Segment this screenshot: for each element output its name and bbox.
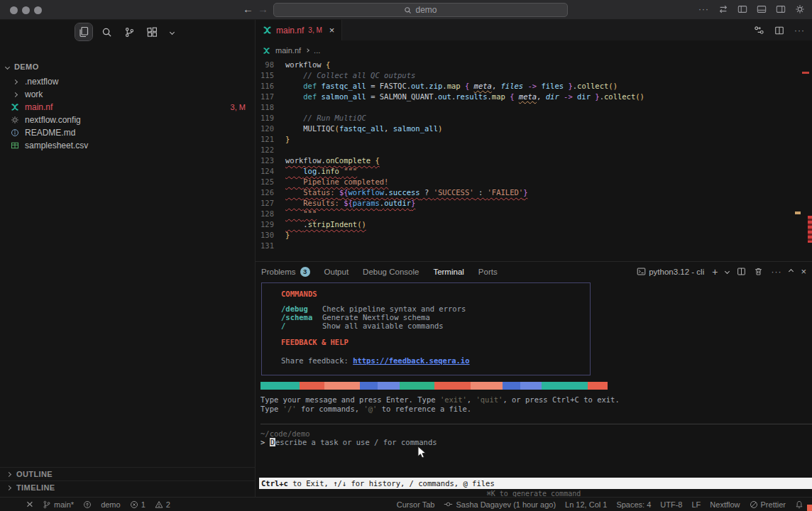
code-line-117[interactable]: 117 def salmon_all = SALMON_QUANT.out.re…	[256, 92, 812, 102]
code-line-123[interactable]: 123workflow.onComplete {	[256, 155, 812, 166]
tab-main-nf[interactable]: main.nf 3, M ×	[256, 20, 342, 40]
code-editor[interactable]: 98workflow {115 // Collect all QC output…	[256, 60, 812, 251]
forward-arrow-icon[interactable]: →	[258, 3, 268, 15]
open-changes-icon[interactable]	[754, 25, 764, 35]
activity-overflow-icon[interactable]	[166, 23, 177, 40]
status-item-ln-12-col-1[interactable]: Ln 12, Col 1	[565, 500, 607, 509]
status-item-publish[interactable]	[83, 500, 92, 509]
more-actions-icon[interactable]: ···	[698, 4, 709, 14]
code-line-119[interactable]: 119 // Run MultiQC	[256, 113, 812, 123]
titlebar: ← → demo ···	[0, 0, 812, 20]
cli-prompt[interactable]: > Describe a task or use / for commands	[260, 438, 437, 446]
file-problem-badge: 3, M	[231, 103, 246, 111]
command-center-search[interactable]: demo	[273, 3, 568, 17]
terminal-instance[interactable]: python3.12 - cli	[637, 267, 704, 276]
toggle-sidebar-icon[interactable]	[737, 4, 747, 14]
code-line-126[interactable]: 126 Status: ${workflow.success ? 'SUCCES…	[256, 187, 812, 198]
code-line-98[interactable]: 98workflow {	[256, 60, 812, 70]
status-item-lf[interactable]: LF	[692, 500, 701, 509]
status-item-bell[interactable]	[795, 500, 803, 509]
code-line-115[interactable]: 115 // Collect all QC outputs	[256, 70, 812, 81]
file-row--nextflow[interactable]: .nextflow	[0, 75, 256, 88]
panel-tab-debug-console[interactable]: Debug Console	[363, 268, 419, 276]
toggle-panel-icon[interactable]	[757, 4, 767, 14]
extensions-icon[interactable]	[143, 23, 160, 40]
code-line-116[interactable]: 116 def fastqc_all = FASTQC.out.zip.map …	[256, 81, 812, 92]
line-number: 120	[256, 123, 274, 134]
code-line-121[interactable]: 121}	[256, 134, 812, 145]
source-control-icon[interactable]	[121, 23, 138, 40]
customize-layout-icon[interactable]	[795, 4, 805, 14]
editor-more-actions-icon[interactable]: ···	[794, 26, 805, 35]
swap-arrows-icon[interactable]	[718, 4, 728, 14]
panel-tab-ports[interactable]: Ports	[478, 268, 498, 276]
status-item-label: Sasha Dagayev (1 hour ago)	[456, 500, 556, 509]
terminal-dropdown-icon[interactable]	[725, 269, 730, 274]
code-line-128[interactable]: 128 """	[256, 209, 812, 219]
status-item-prettier[interactable]: Prettier	[750, 500, 786, 509]
status-item-utf-8[interactable]: UTF-8	[660, 500, 682, 509]
toggle-secondary-sidebar-icon[interactable]	[776, 4, 786, 14]
breadcrumb-file[interactable]: main.nf	[275, 46, 301, 55]
file-row-samplesheet-csv[interactable]: samplesheet.csv	[0, 139, 256, 152]
back-arrow-icon[interactable]: ←	[243, 3, 253, 15]
new-terminal-icon[interactable]: +	[712, 266, 718, 278]
panel-tab-terminal[interactable]: Terminal	[433, 268, 463, 276]
code-line-125[interactable]: 125 Pipeline completed!	[256, 177, 812, 187]
code-line-124[interactable]: 124 log.info """	[256, 166, 812, 177]
file-row-readme-md[interactable]: README.md	[0, 126, 256, 139]
line-number: 115	[256, 70, 274, 81]
status-item-cursor-tab[interactable]: Cursor Tab	[397, 500, 435, 509]
explorer-icon[interactable]	[75, 23, 92, 40]
code-line-120[interactable]: 120 MULTIQC(fastqc_all, salmon_all)	[256, 123, 812, 134]
panel-more-actions-icon[interactable]: ···	[771, 267, 781, 277]
status-item-2[interactable]: 2	[155, 500, 170, 509]
line-number: 119	[256, 113, 274, 123]
search-view-icon[interactable]	[98, 23, 115, 40]
seqera-brand-stripe	[260, 382, 608, 390]
code-line-122[interactable]: 122	[256, 145, 812, 155]
status-item-demo[interactable]: demo	[101, 500, 121, 509]
code-line-130[interactable]: 130}	[256, 230, 812, 241]
file-row-work[interactable]: work	[0, 88, 256, 101]
split-editor-icon[interactable]	[774, 26, 784, 35]
status-item-1[interactable]: 1	[130, 500, 146, 509]
traffic-light-maximize[interactable]	[34, 6, 42, 14]
traffic-light-close[interactable]	[10, 6, 18, 14]
status-item-label: Spaces: 4	[616, 500, 651, 509]
outline-section[interactable]: OUTLINE	[0, 467, 256, 480]
kill-terminal-icon[interactable]	[754, 267, 763, 276]
panel-tab-output[interactable]: Output	[324, 268, 349, 276]
breadcrumb-more[interactable]: ...	[314, 46, 320, 55]
code-line-118[interactable]: 118	[256, 102, 812, 113]
code-line-131[interactable]: 131	[256, 241, 812, 251]
branch-icon	[43, 500, 51, 509]
chevron-icon	[10, 80, 20, 84]
cli-command-desc: Generate Nextflow schema	[322, 314, 430, 322]
code-line-127[interactable]: 127 Results: ${params.outdir}	[256, 198, 812, 209]
feedback-link[interactable]: https://feedback.seqera.io	[353, 356, 469, 365]
file-row-nextflow-config[interactable]: nextflow.config	[0, 114, 256, 126]
chevron-down-icon	[5, 64, 10, 69]
status-item-spaces-4[interactable]: Spaces: 4	[616, 500, 651, 509]
traffic-light-minimize[interactable]	[22, 6, 30, 14]
status-item-nextflow[interactable]: Nextflow	[710, 500, 740, 509]
status-item-remote[interactable]	[24, 500, 33, 509]
explorer-section-header[interactable]: DEMO	[6, 62, 39, 71]
breadcrumb[interactable]: main.nf ...	[263, 43, 320, 57]
terminal-body[interactable]: COMMANDS /debugCheck pipeline syntax and…	[256, 281, 812, 498]
status-item-main-[interactable]: main*	[43, 500, 74, 509]
split-terminal-icon[interactable]	[737, 267, 746, 276]
line-number: 121	[256, 134, 274, 145]
timeline-section[interactable]: TIMELINE	[0, 480, 256, 494]
line-number: 130	[256, 230, 274, 241]
cli-command: /	[281, 322, 322, 331]
close-tab-icon[interactable]: ×	[329, 25, 335, 35]
status-item-sasha-dagayev-1-hour-ago-[interactable]: Sasha Dagayev (1 hour ago)	[444, 500, 556, 509]
status-item-label: Nextflow	[710, 500, 740, 509]
close-panel-icon[interactable]: ×	[801, 266, 806, 277]
maximize-panel-icon[interactable]	[789, 269, 794, 274]
panel-tab-problems[interactable]: Problems3	[261, 267, 310, 277]
file-row-main-nf[interactable]: main.nf3, M	[0, 101, 256, 114]
code-line-129[interactable]: 129 .stripIndent()	[256, 219, 812, 230]
